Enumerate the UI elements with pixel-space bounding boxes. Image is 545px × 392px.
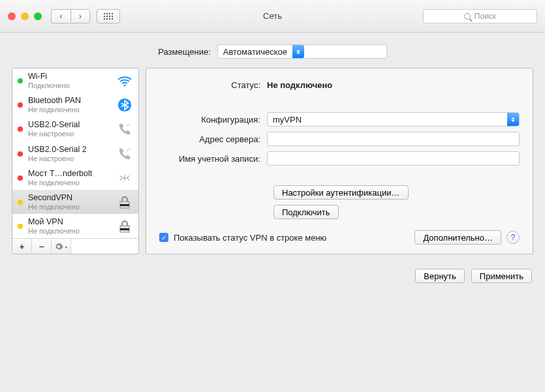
location-row: Размещение: Автоматическое [0,33,545,68]
thunderbolt-icon [116,172,133,185]
wifi-icon [116,74,133,87]
status-row: Статус: Не подключено [159,80,520,90]
server-row: Адрес сервера: [159,132,520,146]
svg-point-4 [127,149,129,151]
service-list: Wi-FiПодключеноBluetooth PANНе подключен… [12,68,138,238]
service-text: USB2.0-Serial 2Не настроено [28,145,111,163]
service-item-3[interactable]: USB2.0-Serial 2Не настроено [12,142,138,166]
service-item-1[interactable]: Bluetooth PANНе подключено [12,93,138,117]
status-dot-icon [18,175,23,181]
nav-buttons: ‹ › [51,9,90,23]
show-status-label: Показывать статус VPN в строке меню [174,233,326,243]
service-name: USB2.0-Serial 2 [28,145,111,155]
details-footer: ✓ Показывать статус VPN в строке меню До… [159,230,520,245]
service-item-0[interactable]: Wi-FiПодключено [12,68,138,93]
show-all-button[interactable] [97,9,120,23]
status-dot-icon [18,127,23,132]
service-details: Статус: Не подключено Конфигурация: myVP… [146,68,533,254]
help-button[interactable]: ? [506,231,520,244]
action-buttons: Настройки аутентификации… Подключить [273,185,520,219]
window-footer: Вернуть Применить [0,262,545,292]
service-text: Мост T…nderboltНе подключено [28,169,111,187]
apply-button[interactable]: Применить [471,269,532,283]
service-status: Не подключено [28,203,111,211]
status-value: Не подключено [267,80,332,90]
config-value: myVPN [268,115,307,125]
status-dot-icon [18,224,23,229]
service-text: Bluetooth PANНе подключено [28,96,111,114]
remove-service-button[interactable]: − [32,239,52,254]
svg-point-5 [129,148,130,149]
add-service-button[interactable]: + [12,239,32,254]
service-name: USB2.0-Serial [28,120,111,130]
window-title: Сеть [263,11,282,21]
content: Wi-FiПодключеноBluetooth PANНе подключен… [0,68,545,262]
titlebar: ‹ › Сеть Поиск [0,0,545,33]
service-list-toolbar: + − ⌄ [12,238,138,254]
service-status: Не настроено [28,155,111,163]
chevron-down-icon: ⌄ [64,243,69,249]
service-name: Мост T…nderbolt [28,169,111,179]
forward-button[interactable]: › [70,9,90,23]
service-status: Не настроено [28,130,111,138]
service-text: SecondVPNНе подключено [28,193,111,211]
status-dot-icon [18,151,23,157]
service-actions-button[interactable]: ⌄ [52,239,71,254]
phone-icon [116,122,133,136]
status-dot-icon [18,102,23,108]
config-row: Конфигурация: myVPN [159,112,520,127]
service-status: Не подключено [28,227,111,235]
svg-rect-7 [120,204,129,206]
service-item-5[interactable]: SecondVPNНе подключено [12,190,138,214]
account-label: Имя учетной записи: [159,154,267,164]
search-placeholder: Поиск [475,12,496,21]
service-text: Wi-FiПодключено [28,72,111,90]
window-controls [8,12,42,20]
service-item-6[interactable]: Мой VPNНе подключено [12,214,138,238]
location-value: Автоматическое [218,47,292,57]
status-dot-icon [18,78,23,83]
config-select[interactable]: myVPN [267,112,520,127]
account-input[interactable] [267,151,520,166]
chevron-updown-icon [292,45,304,58]
bluetooth-icon [116,98,133,112]
grid-icon [104,13,113,20]
close-icon[interactable] [8,12,16,20]
search-input[interactable]: Поиск [423,9,537,23]
service-name: Wi-Fi [28,72,111,82]
service-item-4[interactable]: Мост T…nderboltНе подключено [12,166,138,190]
config-label: Конфигурация: [159,115,267,125]
service-text: USB2.0-SerialНе настроено [28,120,111,138]
location-label: Размещение: [158,47,211,57]
svg-point-3 [129,124,130,125]
zoom-icon[interactable] [34,12,42,20]
search-icon [464,13,471,20]
phone-icon [116,147,133,161]
auth-settings-button[interactable]: Настройки аутентификации… [273,185,409,200]
status-label: Статус: [159,80,267,90]
lock-icon [116,219,133,234]
service-status: Подключено [28,82,111,90]
back-button[interactable]: ‹ [51,9,70,23]
service-text: Мой VPNНе подключено [28,217,111,235]
lock-icon [116,195,133,209]
revert-button[interactable]: Вернуть [415,269,465,283]
advanced-button[interactable]: Дополнительно… [414,230,501,245]
server-input[interactable] [267,132,520,146]
minimize-icon[interactable] [21,12,29,20]
status-dot-icon [18,200,23,205]
service-status: Не подключено [28,106,111,114]
connect-button[interactable]: Подключить [273,205,339,219]
svg-point-2 [127,125,129,127]
location-select[interactable]: Автоматическое [217,44,387,59]
svg-rect-9 [120,228,129,230]
service-item-2[interactable]: USB2.0-SerialНе настроено [12,117,138,141]
service-list-panel: Wi-FiПодключеноBluetooth PANНе подключен… [12,68,139,254]
chevron-updown-icon [507,113,519,126]
server-label: Адрес сервера: [159,134,267,144]
service-status: Не подключено [28,179,111,187]
service-name: Bluetooth PAN [28,96,111,106]
show-status-checkbox[interactable]: ✓ [159,233,168,242]
service-name: Мой VPN [28,217,111,227]
gear-icon [54,242,63,251]
